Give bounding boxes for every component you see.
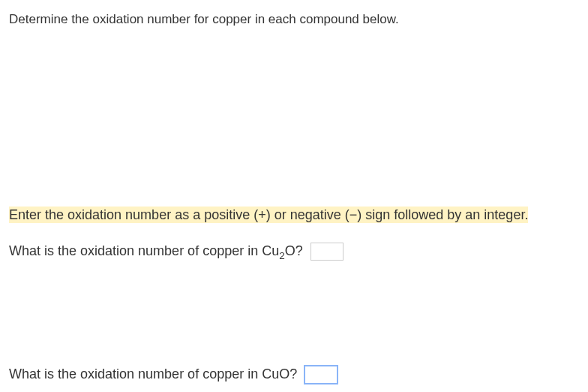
question-1-subscript: 2 [279, 250, 285, 261]
question-1-text: What is the oxidation number of copper i… [9, 243, 303, 259]
question-1-line: What is the oxidation number of copper i… [9, 243, 579, 261]
question-prompt: Determine the oxidation number for coppe… [0, 0, 588, 27]
question-1-suffix: O? [285, 243, 303, 258]
answer-input-1[interactable] [310, 243, 344, 261]
answer-input-2[interactable] [304, 366, 338, 384]
question-2-text: What is the oxidation number of copper i… [9, 366, 297, 382]
question-2-line: What is the oxidation number of copper i… [9, 366, 579, 384]
question-1-prefix: What is the oxidation number of copper i… [9, 243, 279, 258]
content-area: Enter the oxidation number as a positive… [0, 206, 588, 384]
input-format-instruction: Enter the oxidation number as a positive… [9, 207, 528, 223]
instruction-wrapper: Enter the oxidation number as a positive… [9, 206, 579, 225]
